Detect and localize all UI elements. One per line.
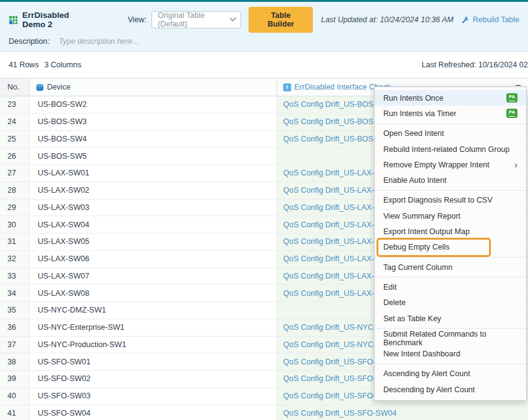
cell-row-number: 34: [0, 285, 30, 301]
menu-item-label: Open Seed Intent: [383, 129, 444, 138]
cell-row-number: 33: [0, 268, 30, 285]
cell-device-name: US-LAX-SW02: [30, 182, 277, 199]
menu-group: EditDeleteSet as Table Key: [375, 277, 526, 328]
stats-bar: 41 Rows 3 Columns Last Refreshed: 10/16/…: [0, 52, 528, 78]
cell-device-name: US-NYC-DMZ-SW1: [30, 302, 277, 319]
menu-item-label: Submit Related Commands to Benchmark: [383, 330, 517, 347]
cell-row-number: 24: [0, 114, 30, 130]
menu-item-label: Ascending by Alert Count: [383, 369, 470, 378]
menu-item-edit[interactable]: Edit: [375, 279, 526, 295]
cell-row-number: 35: [0, 302, 30, 319]
rebuild-table-link[interactable]: Rebuild Table: [461, 15, 519, 24]
column-header-device-label: Device: [47, 83, 70, 91]
cell-device-name: US-LAX-SW07: [30, 268, 277, 285]
pa-badge-icon: PA: [506, 109, 517, 118]
view-dropdown[interactable]: Original Table (Default): [151, 11, 241, 28]
cell-row-number: 32: [0, 251, 30, 267]
menu-item-run-intents-once[interactable]: Run Intents OncePA: [375, 90, 526, 106]
cell-row-number: 30: [0, 216, 30, 233]
cell-device-name: US-LAX-SW05: [30, 233, 277, 250]
intent-result-link[interactable]: QoS Config Drift_US-SFO-SW04: [283, 409, 396, 418]
column-context-menu: Run Intents OncePARun Intents via TimerP…: [374, 86, 527, 401]
view-label: View:: [128, 15, 147, 24]
cell-row-number: 25: [0, 131, 30, 148]
menu-item-label: New Intent Dashboard: [383, 350, 460, 358]
last-refreshed-text: Last Refreshed: 10/16/2024 02:00: [422, 61, 528, 69]
menu-item-label: Delete: [383, 298, 406, 307]
table-grid-icon: [9, 15, 18, 25]
cell-device-name: US-BOS-SW2: [30, 96, 277, 113]
cell-device-name: US-LAX-SW01: [30, 165, 277, 182]
cell-device-name: US-LAX-SW08: [30, 285, 277, 301]
column-header-device[interactable]: Device: [30, 78, 277, 96]
menu-group: Ascending by Alert CountDescending by Al…: [375, 364, 526, 400]
menu-item-view-summary-report[interactable]: View Summary Report: [375, 208, 526, 224]
menu-item-rebuild-intent-related-column-group[interactable]: Rebuild Intent-related Column Group: [375, 141, 526, 157]
menu-group: Open Seed IntentRebuild Intent-related C…: [375, 124, 526, 190]
menu-group: Run Intents OncePARun Intents via TimerP…: [375, 88, 526, 124]
menu-item-submit-related-commands-to-benchmark[interactable]: Submit Related Commands to Benchmark: [375, 330, 526, 346]
menu-item-label: Remove Empty Wrapper Intent: [383, 161, 489, 169]
device-icon: [36, 83, 44, 91]
table-builder-button[interactable]: Table Builder: [249, 7, 313, 33]
cell-row-number: 36: [0, 319, 30, 336]
page-title: ErrDisabled Demo 2: [22, 10, 93, 29]
menu-group: Tag Current Column: [375, 257, 526, 277]
menu-item-set-as-table-key[interactable]: Set as Table Key: [375, 311, 526, 326]
cell-row-number: 23: [0, 96, 30, 113]
cell-row-number: 38: [0, 353, 30, 370]
menu-item-tag-current-column[interactable]: Tag Current Column: [375, 259, 526, 275]
menu-item-remove-empty-wrapper-intent[interactable]: Remove Empty Wrapper Intent›: [375, 157, 526, 172]
menu-item-label: Export Diagnosis Result to CSV: [383, 196, 492, 204]
submenu-arrow-icon: ›: [514, 160, 517, 169]
menu-item-label: Descending by Alert Count: [383, 385, 475, 394]
menu-item-label: Tag Current Column: [383, 263, 453, 272]
wrench-icon: [461, 16, 469, 24]
column-header-no[interactable]: No.: [0, 78, 30, 96]
menu-item-debug-empty-cells[interactable]: Debug Empty Cells: [375, 240, 526, 255]
cell-row-number: 41: [0, 405, 30, 420]
menu-item-new-intent-dashboard[interactable]: New Intent Dashboard: [375, 346, 526, 361]
cell-device-name: US-SFO-SW02: [30, 371, 277, 387]
cell-row-number: 27: [0, 165, 30, 182]
menu-item-delete[interactable]: Delete: [375, 295, 526, 311]
menu-item-run-intents-via-timer[interactable]: Run Intents via TimerPA: [375, 106, 526, 121]
menu-item-ascending-by-alert-count[interactable]: Ascending by Alert Count: [375, 366, 526, 382]
cell-device-name: US-BOS-SW3: [30, 114, 277, 130]
menu-item-label: Export Intent Output Map: [383, 227, 470, 236]
menu-group: Export Diagnosis Result to CSVView Summa…: [375, 190, 526, 257]
menu-item-label: Set as Table Key: [383, 314, 441, 323]
menu-item-open-seed-intent[interactable]: Open Seed Intent: [375, 126, 526, 141]
description-label: Description:: [9, 37, 49, 46]
menu-item-label: Edit: [383, 283, 397, 292]
cell-intent-check: QoS Config Drift_US-SFO-SW04: [277, 405, 528, 420]
column-count: 3 Columns: [45, 61, 82, 69]
menu-item-export-diagnosis-result-to-csv[interactable]: Export Diagnosis Result to CSV: [375, 193, 526, 208]
menu-item-label: Run Intents via Timer: [383, 109, 456, 118]
cell-device-name: US-NYC-Enterprise-SW1: [30, 319, 277, 336]
table-row: 41US-SFO-SW04QoS Config Drift_US-SFO-SW0…: [0, 405, 528, 420]
menu-group: Submit Related Commands to BenchmarkNew …: [375, 328, 526, 364]
last-updated-text: Last Updated at: 10/24/2024 10:36 AM: [321, 15, 453, 24]
cell-device-name: US-SFO-SW01: [30, 353, 277, 370]
view-dropdown-value: Original Table (Default): [158, 11, 231, 28]
menu-item-label: View Summary Report: [383, 212, 461, 220]
intent-icon: I: [283, 83, 291, 91]
cell-row-number: 28: [0, 182, 30, 199]
cell-device-name: US-LAX-SW06: [30, 251, 277, 267]
menu-item-descending-by-alert-count[interactable]: Descending by Alert Count: [375, 382, 526, 397]
cell-row-number: 29: [0, 200, 30, 216]
cell-device-name: US-BOS-SW5: [30, 148, 277, 164]
pa-badge-icon: PA: [506, 93, 517, 103]
table-header-bar: ErrDisabled Demo 2 View: Original Table …: [0, 2, 528, 52]
cell-device-name: US-LAX-SW04: [30, 216, 277, 233]
cell-device-name: US-NYC-Production-SW1: [30, 337, 277, 353]
menu-item-enable-auto-intent[interactable]: Enable Auto Intent: [375, 172, 526, 188]
cell-row-number: 26: [0, 148, 30, 164]
menu-item-label: Rebuild Intent-related Column Group: [383, 145, 509, 154]
menu-item-export-intent-output-map[interactable]: Export Intent Output Map: [375, 224, 526, 239]
cell-device-name: US-SFO-SW03: [30, 388, 277, 405]
rebuild-table-label: Rebuild Table: [472, 15, 519, 24]
description-input[interactable]: Type description here...: [59, 37, 139, 46]
menu-item-label: Run Intents Once: [383, 94, 443, 103]
